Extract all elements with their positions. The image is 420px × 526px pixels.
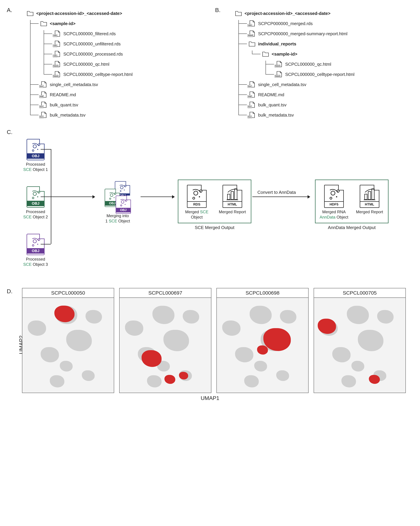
md-file-icon: md	[249, 91, 256, 98]
file-name: bulk_quant.tsv	[50, 102, 78, 108]
sce-output-title: SCE Merged Output	[178, 225, 251, 230]
html-file-icon: html	[249, 30, 256, 37]
sample-folder-name: <sample-id>	[272, 51, 297, 57]
umap-facet: SCPCL000698	[216, 288, 309, 393]
arrow-icon	[140, 196, 174, 197]
tsv-file-icon: tsv	[249, 81, 256, 88]
file-name: bulk_metadata.tsv	[50, 112, 86, 118]
rds-file-icon: rds	[54, 40, 61, 47]
file-name: SCPCL000000_celltype-report.html	[285, 72, 354, 77]
file-name: bulk_metadata.tsv	[258, 112, 294, 118]
umap-plot	[120, 298, 211, 393]
file-name: SCPCL000000_filtered.rds	[63, 31, 116, 36]
arrow-icon	[252, 196, 310, 197]
umap-facet-title: SCPCL000698	[217, 288, 308, 298]
tsv-file-icon: tsv	[40, 101, 47, 108]
root-folder-name: <project-accession-id>_<accessed-date>	[36, 11, 122, 16]
obj-file-icon: OBJ	[27, 234, 45, 255]
processed-obj-2: OBJ ProcessedSCE Object 2	[20, 186, 51, 220]
rds-file-icon: rds	[54, 30, 61, 37]
umap-facet-title: SCPCL000050	[22, 288, 114, 298]
umap-facet: SCPCL000697	[119, 288, 211, 393]
file-name: README.md	[258, 92, 284, 97]
file-name: SCPCL000000_celltype-report.html	[63, 72, 133, 77]
file-name: SCPCL000000_qc.html	[63, 62, 110, 67]
file-name: SCPCP000000_merged-summary-report.html	[258, 31, 347, 36]
html-file-icon: html	[54, 61, 61, 68]
umap-plot	[22, 298, 114, 393]
md-file-icon: md	[40, 91, 47, 98]
arrow-icon	[51, 196, 95, 197]
file-name: SCPCL000000_processed.rds	[63, 51, 123, 57]
umap-facet: SCPCL000705	[314, 288, 406, 393]
merged-stack: OBJ OBJ OBJ Merging into1 SCE Object	[98, 180, 137, 224]
rds-file-icon: rds	[54, 51, 61, 58]
file-name: bulk_quant.tsv	[258, 102, 287, 108]
obj-file-icon: OBJ	[27, 139, 45, 160]
html-file-icon: HTML	[222, 185, 242, 208]
folder-icon	[235, 10, 242, 17]
tsv-file-icon: tsv	[40, 111, 47, 119]
reports-folder-name: individual_reports	[258, 41, 296, 47]
panel-a-label: A.	[7, 7, 12, 13]
file-name: SCPCL000000_unfiltered.rds	[63, 41, 120, 47]
tsv-file-icon: tsv	[249, 111, 256, 119]
folder-icon	[27, 10, 34, 17]
anndata-output-title: AnnData Merged Output	[315, 225, 389, 230]
file-name: SCPCP000000_merged.rds	[258, 21, 313, 26]
file-name: README.md	[50, 92, 76, 97]
panel-b-label: B.	[215, 7, 220, 13]
panel-c-label: C.	[7, 129, 12, 135]
sample-folder-name: <sample-id>	[50, 21, 76, 26]
file-name: single_cell_metadata.tsv	[50, 82, 98, 87]
folder-icon	[262, 51, 269, 58]
tsv-file-icon: tsv	[40, 81, 47, 88]
file-name: single_cell_metadata.tsv	[258, 82, 306, 87]
rds-file-icon: rds	[249, 20, 256, 27]
folder-icon	[249, 40, 256, 47]
obj-file-icon: OBJ	[27, 186, 45, 208]
convert-label: Convert to AnnData	[257, 190, 296, 195]
html-file-icon: html	[54, 71, 61, 78]
umap-facet-title: SCPCL000705	[314, 288, 405, 298]
hdf5-file-icon: HDF5	[324, 185, 344, 208]
processed-obj-1: OBJ ProcessedSCE Object 1	[20, 139, 51, 172]
html-file-icon: html	[276, 71, 283, 78]
html-file-icon: html	[276, 61, 283, 68]
umap-facet: SCPCL000050	[22, 288, 114, 393]
folder-icon	[40, 20, 47, 27]
file-name: SCPCL000000_qc.html	[285, 62, 331, 67]
umap-facet-title: SCPCL000697	[120, 288, 211, 298]
processed-obj-3: OBJ ProcessedSCE Object 3	[20, 234, 51, 267]
umap-facet-grid: SCPCL000050SCPCL000697SCPCL000698SCPCL00…	[22, 288, 413, 393]
tree-b: <project-accession-id>_<accessed-date> r…	[225, 10, 413, 119]
tsv-file-icon: tsv	[249, 101, 256, 108]
panel-d-label: D.	[7, 288, 12, 294]
umap-x-axis-label: UMAP1	[7, 395, 413, 401]
rds-file-icon: RDS	[187, 185, 207, 208]
tree-a: <project-accession-id>_<accessed-date> <…	[17, 10, 205, 119]
anndata-output-box: HDF5 Merged RNAAnnData Object HTML Merge…	[315, 180, 389, 230]
umap-plot	[217, 298, 308, 393]
umap-plot	[314, 298, 405, 393]
root-folder-name: <project-accession-id>_<accessed-date>	[245, 11, 330, 16]
sce-output-box: RDS Merged SCE Object HTML Merged Report…	[178, 180, 251, 230]
html-file-icon: HTML	[360, 185, 379, 208]
